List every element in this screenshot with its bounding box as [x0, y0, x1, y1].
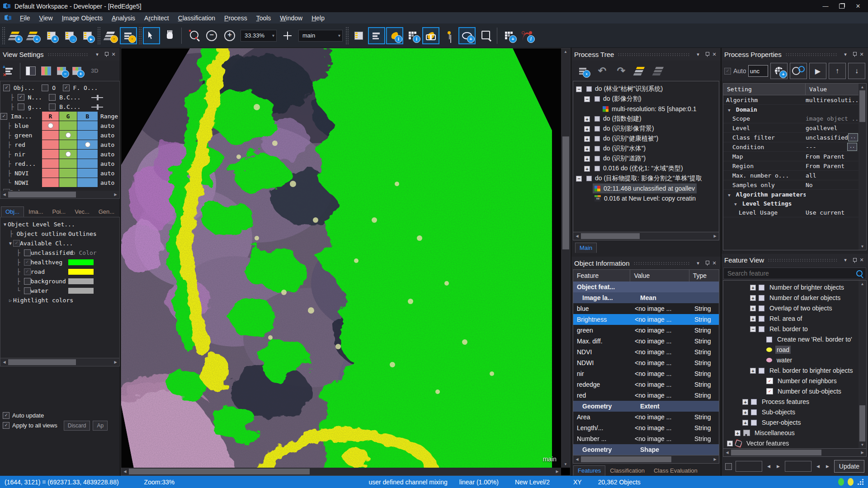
tree-row-highlight-colors[interactable]: ▷ Hightlight colors [0, 296, 119, 305]
area-zoom-icon[interactable] [185, 27, 202, 44]
table-row-geometry[interactable]: GeometryShape [573, 444, 719, 455]
menu-item-analysis[interactable]: Analysis [107, 13, 140, 23]
checkbox-image-layers[interactable] [0, 113, 7, 120]
import-scene-icon[interactable]: → [61, 27, 78, 44]
channel-cell-G[interactable] [59, 140, 77, 150]
process-snippets-icon[interactable] [633, 64, 647, 78]
column-header-setting[interactable]: Setting [723, 84, 806, 95]
scroll-thumb[interactable] [8, 359, 76, 365]
checkbox-g[interactable] [18, 103, 24, 110]
checkbox-obj[interactable] [3, 84, 10, 91]
checkbox-b-c[interactable] [49, 94, 56, 101]
channel-cell-B[interactable] [77, 121, 98, 131]
layer-range-value[interactable]: auto [98, 122, 114, 129]
algorithm-gear-plus-icon[interactable]: + [770, 63, 788, 79]
tab-gen[interactable]: Gen... [94, 206, 119, 217]
table-row-brightness[interactable]: Brightness<no image ...String [573, 314, 719, 325]
layer-range-value[interactable]: auto [98, 132, 114, 139]
setting-row-max-number-o[interactable]: Max. number o...all [723, 171, 866, 180]
scroll-down-icon[interactable]: ▼ [861, 243, 863, 250]
opacity-slider[interactable] [91, 94, 103, 101]
pin-icon[interactable] [852, 52, 857, 56]
view-settings-row[interactable]: Obj... O F. O... [0, 83, 119, 93]
layer-range-value[interactable]: auto [98, 160, 114, 167]
expand-icon[interactable]: ▼ [2, 222, 8, 227]
expand-icon[interactable]: ▼ [732, 202, 739, 206]
feature-row-water[interactable]: water [723, 355, 866, 366]
undo-icon[interactable]: ↶ [595, 64, 609, 78]
settings-gears-icon[interactable] [790, 63, 807, 79]
new-project-icon[interactable]: + [6, 27, 24, 44]
channel-cell-B[interactable] [77, 159, 98, 169]
close-icon[interactable]: ✕ [711, 260, 718, 266]
edit-polygon-icon[interactable]: / [519, 27, 536, 44]
channel-cell-G[interactable] [59, 131, 77, 140]
expand-plus-icon[interactable]: + [584, 146, 590, 152]
three-d-button[interactable]: 3D [91, 67, 99, 74]
expand-plus-icon[interactable]: + [750, 285, 756, 291]
spin-right-icon[interactable]: ▶ [825, 464, 830, 469]
show-classification-icon[interactable] [422, 27, 439, 44]
zoom-in-icon[interactable]: + [221, 27, 238, 44]
layer-row-ndvi[interactable]: ├ NDVIauto [0, 169, 119, 178]
pan-hand-icon[interactable] [161, 27, 178, 44]
chevron-down-icon[interactable]: ▾ [94, 52, 101, 57]
table-row-green[interactable]: green<no image ...String [573, 325, 719, 336]
channel-cell-R[interactable] [42, 178, 59, 188]
setting-row-region[interactable]: RegionFrom Parent [723, 161, 866, 171]
scroll-down-icon[interactable]: ▼ [564, 461, 567, 468]
feature-row-point-features-point-cloud[interactable]: +Point features (point cloud) [723, 449, 866, 449]
process-tree-row[interactable]: +0.016 do (优化1: “水域”类型) [573, 164, 719, 174]
pin-icon[interactable] [852, 258, 857, 263]
table-row-ndvi[interactable]: NDVI<no image ...String [573, 347, 719, 357]
class-row-background[interactable]: ├ background [0, 277, 119, 286]
channel-cell-B[interactable] [77, 140, 98, 150]
scroll-up-icon[interactable]: ▲ [861, 281, 864, 287]
column-header-value[interactable]: Value [806, 84, 862, 95]
channel-cell-G[interactable] [59, 150, 77, 159]
chevron-down-icon[interactable]: ▾ [694, 260, 702, 266]
scroll-left-icon[interactable]: ◀ [573, 232, 581, 240]
setting-row-level-settings[interactable]: ▼ Level Settings [723, 199, 866, 208]
image-object-information-icon[interactable]: i [386, 27, 403, 44]
expand-plus-icon[interactable]: + [742, 399, 748, 405]
update-button[interactable]: Update [834, 460, 864, 473]
auto-update-checkbox[interactable] [3, 412, 9, 419]
scroll-right-icon[interactable]: ▶ [112, 358, 119, 366]
search-icon[interactable] [856, 270, 863, 277]
expand-plus-icon[interactable]: + [584, 116, 590, 122]
menu-item-process[interactable]: Process [220, 13, 252, 23]
chevron-down-icon[interactable]: ▾ [842, 52, 849, 57]
zoom-pane-icon[interactable] [476, 27, 494, 44]
tab-ima[interactable]: Ima... [24, 206, 48, 217]
expand-plus-icon[interactable]: + [727, 441, 733, 446]
expand-plus-icon[interactable]: + [584, 166, 590, 172]
prev-up-icon[interactable]: ↑ [829, 63, 846, 79]
channel-cell-R[interactable] [42, 140, 59, 150]
expand-plus-icon[interactable]: + [750, 295, 756, 301]
table-row-blue[interactable]: blue<no image ...String [573, 303, 719, 314]
process-name-input[interactable] [748, 65, 768, 77]
feature-row-rel-border-to[interactable]: −Rel. border to [723, 324, 866, 334]
range-min-input[interactable] [736, 461, 762, 472]
layer-range-value[interactable]: auto [98, 179, 114, 186]
feature-table-info-icon[interactable]: i [404, 27, 421, 44]
map-view-dropdown[interactable]: main▾ [298, 30, 343, 42]
add-data-icon[interactable]: + [42, 27, 60, 44]
edit-layer-mixing-icon[interactable]: +✕ [2, 64, 17, 78]
checkbox-water[interactable] [24, 287, 31, 294]
expand-icon[interactable]: ▼ [726, 108, 732, 113]
process-tree-row[interactable]: multi-resolution: 85 [shape:0.1 [573, 104, 719, 114]
feature-row-rel-border-to-brighter-objects[interactable]: +Rel. border to brighter objects [723, 366, 866, 376]
expand-plus-icon[interactable]: + [750, 316, 756, 322]
scroll-left-icon[interactable]: ◀ [0, 358, 8, 366]
layer-range-value[interactable]: auto [98, 170, 114, 177]
class-color-swatch[interactable] [68, 269, 94, 275]
feature-row-super-objects[interactable]: +Super-objects [723, 418, 866, 428]
setting-row-algorithm-parameters[interactable]: ▼ Algorithm parameters [723, 190, 866, 199]
chevron-down-icon[interactable]: ▾ [335, 33, 340, 38]
close-icon[interactable]: ✕ [850, 1, 866, 11]
checkbox-b-c[interactable] [49, 103, 56, 110]
feature-row-number-of-brighter-objects[interactable]: +Number of brighter objects [723, 282, 866, 293]
setting-row-condition[interactable]: Condition---.. [723, 142, 866, 152]
